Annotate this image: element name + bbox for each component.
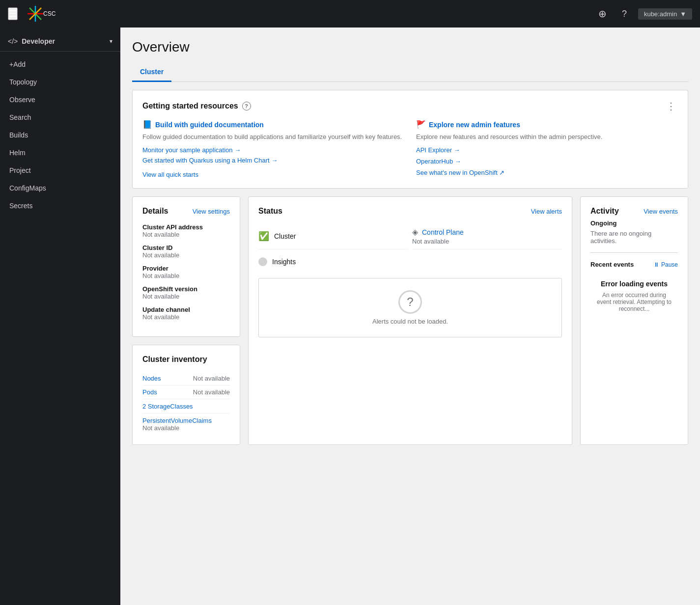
sidebar: </> Developer ▾ +Add Topology Observe Se… <box>0 28 120 605</box>
help-icon: ? <box>622 9 627 19</box>
bottom-section: Details View settings Cluster API addres… <box>132 196 688 445</box>
insights-label: Insights <box>272 258 296 266</box>
perspective-arrow-icon: ▾ <box>110 38 112 45</box>
sidebar-item-topology[interactable]: Topology <box>0 73 120 91</box>
sidebar-item-configmaps[interactable]: ConfigMaps <box>0 179 120 197</box>
status-title: Status <box>258 207 282 216</box>
detail-provider: Provider Not available <box>142 265 230 279</box>
help-button[interactable]: ? <box>616 6 632 22</box>
add-button[interactable]: ⊕ <box>595 6 611 22</box>
status-item-control-plane: ◈ Control Plane Not available <box>412 223 562 249</box>
status-card: Status View alerts ✅ Cluster ◈ Control P… <box>248 196 572 445</box>
gs-columns: 📘 Build with guided documentation Follow… <box>142 120 678 178</box>
gs-link-monitor[interactable]: Monitor your sample application → <box>142 146 404 154</box>
question-circle-icon: ? <box>398 290 422 314</box>
top-navbar: ☰ CSC CSC ⊕ ? kube:admin ▼ <box>0 0 700 28</box>
view-all-quick-starts-link[interactable]: View all quick starts <box>142 171 198 178</box>
gs-title-text: Getting started resources <box>142 102 238 110</box>
detail-cluster-api: Cluster API address Not available <box>142 223 230 238</box>
operatorhub-link[interactable]: OperatorHub → <box>416 158 678 165</box>
inventory-item-nodes: Nodes Not available <box>142 372 230 385</box>
recent-events-header: Recent events ⏸ Pause <box>590 261 678 268</box>
detail-update-channel: Update channel Not available <box>142 306 230 321</box>
see-new-openshift-link[interactable]: See what's new in OpenShift ↗ <box>416 169 678 176</box>
pause-label: Pause <box>661 261 678 268</box>
control-plane-link[interactable]: Control Plane <box>422 228 464 236</box>
inventory-card: Cluster inventory Nodes Not available Po… <box>132 345 240 445</box>
details-section: Details View settings Cluster API addres… <box>132 196 240 445</box>
recent-events-label: Recent events <box>590 261 634 268</box>
status-item-cluster: ✅ Cluster <box>258 223 408 249</box>
book-icon: 📘 <box>142 120 152 129</box>
ongoing-label: Ongoing <box>590 220 678 227</box>
gs-title: Getting started resources ? <box>142 102 251 110</box>
cluster-ok-icon: ✅ <box>258 231 269 242</box>
flag-icon: 🚩 <box>416 120 426 129</box>
gs-help-icon[interactable]: ? <box>242 102 251 110</box>
view-settings-link[interactable]: View settings <box>193 208 230 215</box>
tab-cluster[interactable]: Cluster <box>132 63 171 82</box>
top-nav-actions: ⊕ ? kube:admin ▼ <box>595 6 692 22</box>
gs-right-title: 🚩 Explore new admin features <box>416 120 678 129</box>
api-explorer-link[interactable]: API Explorer → <box>416 146 678 154</box>
no-activities-text: There are no ongoing activities. <box>590 230 678 253</box>
detail-cluster-id: Cluster ID Not available <box>142 244 230 259</box>
details-card: Details View settings Cluster API addres… <box>132 196 240 337</box>
storageclasses-link[interactable]: 2 StorageClasses <box>142 403 193 410</box>
sidebar-item-observe[interactable]: Observe <box>0 91 120 109</box>
pods-link[interactable]: Pods <box>142 388 157 396</box>
activity-card: Activity View events Ongoing There are n… <box>580 196 688 445</box>
app-layout: </> Developer ▾ +Add Topology Observe Se… <box>0 28 700 605</box>
inventory-item-storageclasses: 2 StorageClasses <box>142 399 230 413</box>
alerts-error-text: Alerts could not be loaded. <box>372 318 448 325</box>
user-menu[interactable]: kube:admin ▼ <box>638 8 692 20</box>
error-loading-section: Error loading events An error occurred d… <box>590 272 678 320</box>
cluster-status-label: Cluster <box>274 232 296 240</box>
pods-value: Not available <box>193 388 230 396</box>
page-tabs: Cluster <box>132 63 688 82</box>
inventory-item-pvc: PersistentVolumeClaims Not available <box>142 413 230 435</box>
insights-icon <box>258 257 267 266</box>
sidebar-item-project[interactable]: Project <box>0 162 120 179</box>
status-items: ✅ Cluster ◈ Control Plane Not available <box>258 223 562 270</box>
inventory-title: Cluster inventory <box>142 355 230 364</box>
sidebar-item-add[interactable]: +Add <box>0 55 120 73</box>
hamburger-button[interactable]: ☰ <box>8 7 18 20</box>
gs-link-quarkus[interactable]: Get started with Quarkus using a Helm Ch… <box>142 157 404 164</box>
pvc-value: Not available <box>142 424 230 432</box>
sidebar-item-builds[interactable]: Builds <box>0 126 120 144</box>
details-header: Details View settings <box>142 207 230 216</box>
gs-left-description: Follow guided documentation to build app… <box>142 133 404 140</box>
alerts-error-section: ? Alerts could not be loaded. <box>258 278 562 337</box>
gs-left-column: 📘 Build with guided documentation Follow… <box>142 120 404 178</box>
perspective-label: Developer <box>22 37 110 45</box>
sidebar-item-search[interactable]: Search <box>0 109 120 126</box>
inventory-item-pods: Pods Not available <box>142 385 230 399</box>
sidebar-item-helm[interactable]: Helm <box>0 144 120 162</box>
control-plane-row: ◈ Control Plane <box>412 227 464 237</box>
gs-kebab-menu[interactable]: ⋮ <box>664 100 678 112</box>
pause-button[interactable]: ⏸ Pause <box>653 261 678 268</box>
details-title: Details <box>142 207 168 216</box>
sidebar-item-secrets[interactable]: Secrets <box>0 197 120 215</box>
page-title: Overview <box>132 39 688 55</box>
pvc-link[interactable]: PersistentVolumeClaims <box>142 417 212 424</box>
getting-started-card: Getting started resources ? ⋮ 📘 Build wi… <box>132 90 688 189</box>
gs-left-title: 📘 Build with guided documentation <box>142 120 404 129</box>
nodes-value: Not available <box>193 375 230 382</box>
add-icon: ⊕ <box>598 8 607 20</box>
brand-logo: CSC CSC <box>26 4 56 24</box>
nodes-link[interactable]: Nodes <box>142 375 161 382</box>
control-plane-icon: ◈ <box>412 227 418 237</box>
developer-icon: </> <box>8 37 18 45</box>
pause-icon: ⏸ <box>653 261 659 268</box>
control-plane-value: Not available <box>412 238 449 245</box>
view-events-link[interactable]: View events <box>644 208 678 215</box>
gs-header: Getting started resources ? ⋮ <box>142 100 678 112</box>
user-label: kube:admin <box>644 10 677 18</box>
detail-openshift-version: OpenShift version Not available <box>142 285 230 300</box>
view-alerts-link[interactable]: View alerts <box>531 208 562 215</box>
error-loading-text: An error occurred during event retrieval… <box>594 292 674 312</box>
perspective-switcher[interactable]: </> Developer ▾ <box>0 31 120 52</box>
status-item-insights: Insights <box>258 253 408 270</box>
